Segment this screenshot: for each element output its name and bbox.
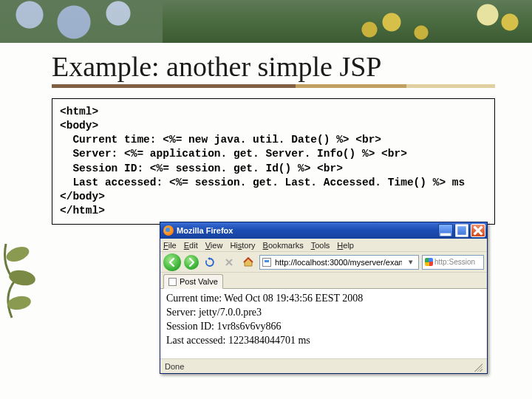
menu-history[interactable]: History	[230, 241, 255, 250]
tab-favicon-icon	[168, 278, 177, 286]
reload-button[interactable]	[202, 254, 218, 270]
browser-titlebar[interactable]: Mozilla Firefox	[160, 222, 487, 239]
search-placeholder: http:Session	[434, 258, 475, 266]
rendered-line: Session ID: 1vr8s6v6vy866	[166, 320, 481, 334]
address-input[interactable]	[273, 257, 403, 267]
minimize-button[interactable]	[438, 224, 453, 237]
code-line: Server: <%= application. get. Server. In…	[60, 148, 407, 160]
menu-edit[interactable]: Edit	[184, 241, 198, 250]
slide-title: Example: another simple JSP	[52, 50, 495, 83]
code-block: <html> <body> Current time: <%= new java…	[52, 98, 495, 225]
menu-bookmarks[interactable]: Bookmarks	[263, 241, 304, 250]
close-button[interactable]	[471, 224, 485, 237]
page-favicon-icon	[262, 258, 271, 267]
resize-grip-icon[interactable]	[472, 361, 482, 372]
window-title: Mozilla Firefox	[177, 226, 438, 235]
menu-view[interactable]: View	[205, 241, 223, 250]
title-underline	[52, 84, 495, 88]
menu-help[interactable]: Help	[337, 241, 354, 250]
address-dropdown-icon[interactable]: ▾	[406, 257, 416, 267]
browser-tab[interactable]: Post Valve	[163, 274, 223, 289]
code-line: <html>	[60, 106, 98, 117]
code-line: <body>	[60, 120, 98, 132]
browser-viewport: Current time: Wed Oct 08 19:43:56 EEST 2…	[160, 289, 487, 358]
code-line: Current time: <%= new java. util. Date()…	[60, 134, 381, 146]
back-button[interactable]	[163, 253, 181, 271]
browser-menubar: File Edit View History Bookmarks Tools H…	[160, 239, 487, 252]
code-line: </html>	[60, 205, 105, 216]
svg-rect-4	[457, 225, 467, 236]
code-line: Session ID: <%= session. get. Id() %> <b…	[60, 163, 343, 174]
home-button[interactable]	[240, 254, 256, 270]
forward-button[interactable]	[184, 255, 199, 270]
address-bar[interactable]: ▾	[259, 255, 419, 270]
svg-rect-3	[440, 233, 451, 236]
stop-button[interactable]	[221, 254, 237, 270]
firefox-icon	[163, 225, 174, 236]
browser-window: Mozilla Firefox File Edit View History B…	[160, 222, 488, 374]
menu-tools[interactable]: Tools	[311, 241, 330, 250]
browser-toolbar: ▾ http:Session	[160, 252, 487, 273]
browser-statusbar: Done	[160, 358, 487, 373]
status-text: Done	[165, 362, 184, 371]
decorative-banner	[0, 0, 532, 43]
tab-label: Post Valve	[180, 277, 218, 286]
rendered-line: Last accessed: 1223484044701 ms	[166, 334, 481, 348]
code-line: </body>	[60, 191, 105, 202]
rendered-line: Current time: Wed Oct 08 19:43:56 EEST 2…	[166, 292, 481, 306]
search-box[interactable]: http:Session	[422, 255, 484, 270]
code-line: Last accessed: <%= session. get. Last. A…	[60, 177, 465, 188]
search-engine-icon	[425, 258, 433, 266]
menu-file[interactable]: File	[163, 241, 177, 250]
browser-tabbar: Post Valve	[160, 273, 487, 289]
rendered-line: Server: jetty/7.0.0.pre3	[166, 306, 481, 320]
maximize-button[interactable]	[454, 224, 469, 237]
